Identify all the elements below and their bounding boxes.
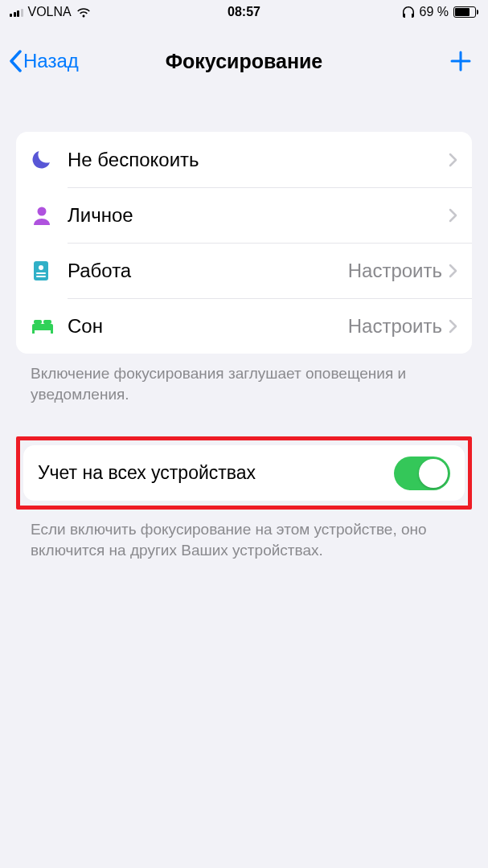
- svg-rect-9: [43, 320, 51, 324]
- svg-rect-8: [34, 320, 42, 324]
- page-title: Фокусирование: [166, 50, 323, 73]
- share-across-devices-switch[interactable]: [394, 457, 450, 490]
- headphones-icon: [402, 6, 415, 18]
- svg-rect-6: [32, 329, 35, 334]
- svg-rect-1: [34, 261, 48, 280]
- row-label: Работа: [59, 260, 348, 282]
- focus-mode-do-not-disturb[interactable]: Не беспокоить: [16, 132, 472, 187]
- back-label: Назад: [23, 50, 79, 72]
- svg-rect-3: [36, 272, 46, 274]
- svg-point-0: [38, 207, 47, 215]
- chevron-right-icon: [449, 264, 457, 278]
- battery-icon: [453, 6, 478, 18]
- highlight-box: Учет на всех устройствах: [16, 436, 472, 510]
- svg-rect-7: [51, 329, 53, 334]
- badge-icon: [31, 259, 59, 283]
- status-left: VOLNA: [10, 5, 91, 19]
- row-label: Сон: [59, 315, 348, 338]
- battery-percent: 69 %: [420, 5, 449, 19]
- back-button[interactable]: Назад: [8, 50, 79, 72]
- row-detail: Настроить: [348, 260, 442, 282]
- chevron-right-icon: [449, 153, 457, 167]
- group-footer-1: Включение фокусирования заглушает оповещ…: [16, 354, 472, 404]
- chevron-right-icon: [449, 319, 457, 334]
- focus-mode-personal[interactable]: Личное: [16, 187, 472, 243]
- wifi-icon: [76, 7, 91, 18]
- moon-icon: [31, 149, 59, 171]
- add-button[interactable]: [449, 50, 480, 72]
- row-detail: Настроить: [348, 315, 442, 338]
- svg-point-2: [39, 265, 43, 270]
- row-label: Не беспокоить: [59, 149, 442, 171]
- switch-label: Учет на всех устройствах: [38, 462, 394, 484]
- switch-knob: [419, 459, 448, 488]
- group-footer-2: Если включить фокусирование на этом устр…: [16, 510, 472, 560]
- focus-mode-sleep[interactable]: Сон Настроить: [16, 298, 472, 354]
- row-label: Личное: [59, 204, 442, 227]
- status-bar: VOLNA 08:57 69 %: [0, 0, 488, 24]
- bed-icon: [31, 317, 59, 335]
- chevron-right-icon: [449, 208, 457, 223]
- svg-rect-4: [36, 276, 46, 277]
- nav-bar: Назад Фокусирование: [0, 39, 488, 84]
- focus-modes-group: Не беспокоить Личное Работа Настроить: [16, 132, 472, 354]
- plus-icon: [449, 50, 472, 72]
- share-across-devices-row: Учет на всех устройствах: [23, 445, 465, 501]
- status-right: 69 %: [402, 5, 478, 19]
- clock: 08:57: [228, 5, 260, 19]
- svg-rect-5: [32, 324, 53, 330]
- carrier-label: VOLNA: [28, 5, 72, 19]
- person-icon: [31, 204, 59, 227]
- signal-icon: [10, 7, 23, 17]
- focus-mode-work[interactable]: Работа Настроить: [16, 243, 472, 298]
- chevron-left-icon: [8, 50, 22, 72]
